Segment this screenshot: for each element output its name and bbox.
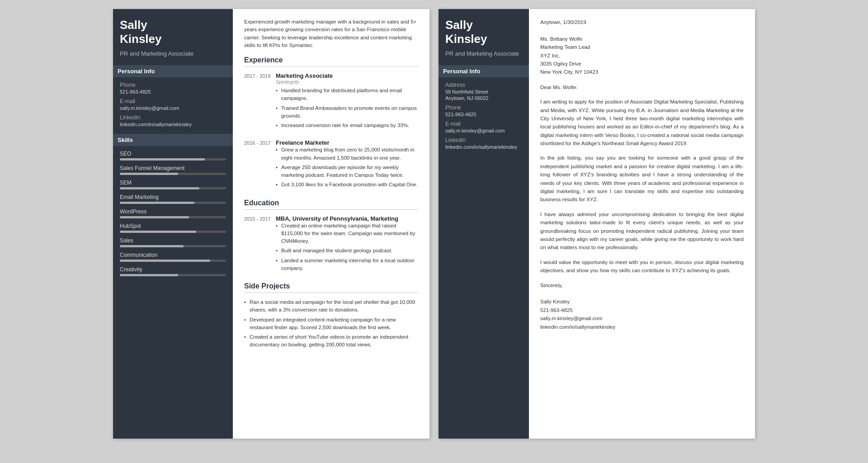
bullet-item: Average 250 downloads per episode for my… bbox=[276, 164, 418, 180]
cover-email-label: E-mail bbox=[445, 121, 522, 127]
cover-salutation: Dear Ms. Wolfe: bbox=[540, 83, 744, 91]
experience-title: Experience bbox=[244, 56, 418, 67]
exp-content: MBA, University of Pennsylvania, Marketi… bbox=[276, 215, 418, 274]
exp-bullets: Created an online marketing campaign tha… bbox=[276, 222, 418, 273]
bullet-item: Trained Brand Ambassadors to promote eve… bbox=[276, 104, 418, 120]
skill-bar-bg bbox=[120, 274, 226, 276]
cover-sign-name: Sally Kinsley bbox=[540, 298, 744, 306]
exp-company: Spintegrity bbox=[276, 79, 418, 85]
skills-section: SEOSales Funnel ManagementSEMEmail Marke… bbox=[120, 151, 226, 276]
skill-name: Email Marketing bbox=[120, 194, 226, 200]
resume-title: PR and Marketing Associate bbox=[120, 50, 226, 58]
skill-bar-bg bbox=[120, 231, 226, 233]
cover-personal-info-header: Personal Info bbox=[439, 65, 529, 77]
skill-bar-bg bbox=[120, 173, 226, 175]
cover-recipient-address2: New York City, NY 10423 bbox=[540, 68, 744, 76]
bullet-item: Got 3,100 likes for a Facebook promotion… bbox=[276, 181, 418, 189]
experience-entry: 2017 - 2019Marketing AssociateSpintegrit… bbox=[244, 72, 418, 131]
skill-bar-fill bbox=[120, 274, 178, 276]
resume-intro: Experienced growth marketing manager wit… bbox=[244, 18, 418, 49]
bullet-item: Created an online marketing campaign tha… bbox=[276, 222, 418, 246]
bullet-item: Increased conversion rate for email camp… bbox=[276, 122, 418, 129]
cover-name-block: Sally Kinsley PR and Marketing Associate bbox=[445, 18, 522, 58]
exp-content: Marketing AssociateSpintegrityHandled br… bbox=[276, 72, 418, 131]
bullet-item: Handled branding for distributed platfor… bbox=[276, 87, 418, 103]
skill-bar-bg bbox=[120, 158, 226, 161]
skill-bar-bg bbox=[120, 260, 226, 262]
cover-paragraph2: In the job listing, you say you are look… bbox=[540, 154, 744, 203]
skill-item: SEM bbox=[120, 180, 226, 189]
skill-item: WordPress bbox=[120, 208, 226, 218]
cover-linkedin-value: linkedin.com/in/sallymariekinsley bbox=[445, 144, 522, 150]
skill-item: Creativity bbox=[120, 266, 226, 276]
cover-panel: Sally Kinsley PR and Marketing Associate… bbox=[439, 9, 755, 439]
skill-name: HubSpot bbox=[120, 223, 226, 229]
side-project-item: Created a series of short YouTube videos… bbox=[244, 333, 418, 349]
bullet-item: Built and managed the student geology po… bbox=[276, 247, 418, 255]
linkedin-field: LinkedIn linkedin.com/in/sallymariekinsl… bbox=[120, 114, 226, 127]
exp-bullets: Handled branding for distributed platfor… bbox=[276, 87, 418, 129]
cover-title: PR and Marketing Associate bbox=[445, 50, 522, 58]
cover-recipient-name: Ms. Brittany Wolfe bbox=[540, 35, 744, 43]
skill-bar-fill bbox=[120, 245, 184, 247]
exp-job-title: MBA, University of Pennsylvania, Marketi… bbox=[276, 215, 418, 222]
cover-recipient-company: XYZ Inc. bbox=[540, 52, 744, 60]
cover-sign-linkedin: linkedin.com/in/sallymariekinsley bbox=[540, 323, 744, 331]
skill-name: Sales Funnel Management bbox=[120, 165, 226, 171]
side-project-item: Developed an integrated content marketin… bbox=[244, 316, 418, 332]
cover-sign-email: sally.m.kinsley@gmail.com bbox=[540, 314, 744, 322]
cover-sincerely: Sincerely, bbox=[540, 281, 744, 289]
skill-bar-bg bbox=[120, 202, 226, 204]
cover-email-value: sally.m.kinsley@gmail.com bbox=[445, 128, 522, 133]
resume-panel: Sally Kinsley PR and Marketing Associate… bbox=[113, 9, 429, 439]
phone-label: Phone bbox=[120, 82, 226, 88]
cover-recipient-title: Marketing Team Lead bbox=[540, 43, 744, 51]
resume-name: Sally Kinsley bbox=[120, 18, 226, 46]
side-project-item: Ran a social media ad campaign for the l… bbox=[244, 298, 418, 314]
side-projects-list: Ran a social media ad campaign for the l… bbox=[244, 298, 418, 349]
cover-body: Dear Ms. Wolfe: I am writing to apply fo… bbox=[540, 83, 744, 275]
exp-content: Freelance MarketerGrew a marketing blog … bbox=[276, 139, 418, 190]
cover-paragraph4: I would value the opportunity to meet wi… bbox=[540, 258, 744, 275]
resume-main: Experienced growth marketing manager wit… bbox=[233, 9, 429, 439]
cover-phone-value: 521-963-4825 bbox=[445, 112, 522, 117]
skill-bar-bg bbox=[120, 245, 226, 247]
side-projects-title: Side Projects bbox=[244, 282, 418, 293]
cover-sign-phone: 521-963-4825 bbox=[540, 306, 744, 314]
phone-field: Phone 521-963-4825 bbox=[120, 82, 226, 94]
cover-sidebar: Sally Kinsley PR and Marketing Associate… bbox=[439, 9, 529, 439]
bullet-item: Landed a summer marketing internship for… bbox=[276, 257, 418, 273]
skill-item: Sales bbox=[120, 237, 226, 247]
skill-name: WordPress bbox=[120, 208, 226, 215]
email-value: sally.m.kinsley@gmail.com bbox=[120, 105, 226, 111]
cover-name: Sally Kinsley bbox=[445, 18, 522, 46]
resume-sidebar: Sally Kinsley PR and Marketing Associate… bbox=[113, 9, 233, 439]
skill-bar-fill bbox=[120, 260, 210, 262]
exp-job-title: Marketing Associate bbox=[276, 72, 418, 79]
skill-item: HubSpot bbox=[120, 223, 226, 233]
cover-signature: Sincerely, Sally Kinsley 521-963-4825 sa… bbox=[540, 281, 744, 331]
cover-date: Anytown, 1/30/2019 bbox=[540, 18, 744, 26]
skill-item: Sales Funnel Management bbox=[120, 165, 226, 175]
cover-phone-label: Phone bbox=[445, 104, 522, 111]
exp-dates: 2016 - 2017 bbox=[244, 139, 276, 190]
experience-entry: 2016 - 2017Freelance MarketerGrew a mark… bbox=[244, 139, 418, 190]
skill-name: SEM bbox=[120, 180, 226, 186]
cover-email-field: E-mail sally.m.kinsley@gmail.com bbox=[445, 121, 522, 133]
exp-bullets: Grew a marketing blog from zero to 25,00… bbox=[276, 146, 418, 189]
skills-header: Skills bbox=[113, 134, 233, 146]
skill-bar-bg bbox=[120, 187, 226, 189]
skill-bar-bg bbox=[120, 216, 226, 218]
skill-bar-fill bbox=[120, 187, 199, 189]
linkedin-label: LinkedIn bbox=[120, 114, 226, 121]
skill-bar-fill bbox=[120, 173, 178, 175]
skill-name: Communication bbox=[120, 252, 226, 258]
exp-dates: 2017 - 2019 bbox=[244, 72, 276, 131]
skill-item: SEO bbox=[120, 151, 226, 161]
bullet-item: Grew a marketing blog from zero to 25,00… bbox=[276, 146, 418, 162]
skill-item: Communication bbox=[120, 252, 226, 262]
cover-phone-field: Phone 521-963-4825 bbox=[445, 104, 522, 117]
cover-paragraph1: I am writing to apply for the position o… bbox=[540, 98, 744, 147]
cover-main: Anytown, 1/30/2019 Ms. Brittany Wolfe Ma… bbox=[529, 9, 755, 439]
email-field: E-mail sally.m.kinsley@gmail.com bbox=[120, 98, 226, 111]
